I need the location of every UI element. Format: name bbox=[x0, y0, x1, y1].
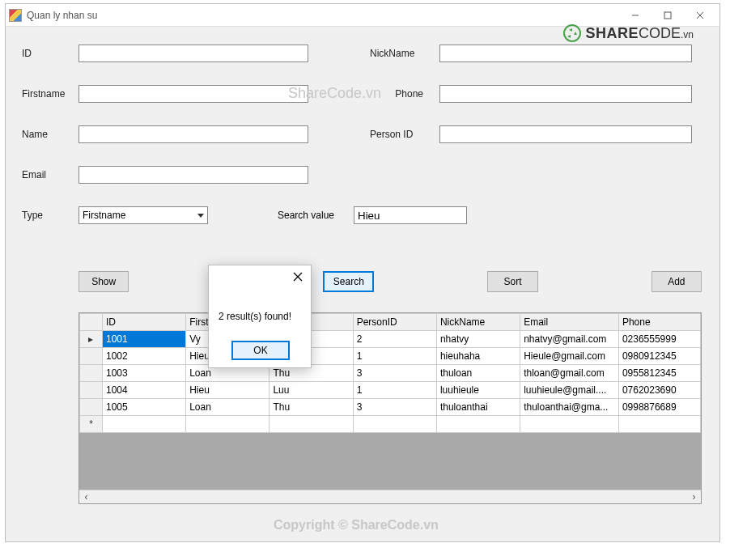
maximize-button[interactable] bbox=[651, 6, 684, 25]
col-id[interactable]: ID bbox=[102, 314, 185, 331]
personid-field[interactable] bbox=[439, 125, 692, 143]
logo-suffix: .vn bbox=[681, 29, 694, 40]
scroll-right-icon[interactable]: › bbox=[687, 490, 701, 504]
row-header-blank bbox=[80, 314, 103, 331]
col-email[interactable]: Email bbox=[520, 314, 619, 331]
horizontal-scrollbar[interactable]: ‹ › bbox=[79, 490, 701, 503]
app-window: Quan ly nhan su SHARECODE.vn ID NickName bbox=[5, 3, 720, 542]
firstname-label: Firstname bbox=[22, 88, 79, 100]
app-icon bbox=[9, 9, 22, 22]
empty-cell[interactable] bbox=[270, 416, 353, 433]
cell-firstname[interactable]: Loan bbox=[186, 399, 270, 416]
row-indicator bbox=[80, 348, 103, 365]
cell-id[interactable]: 1001 bbox=[102, 331, 185, 348]
row-indicator bbox=[80, 382, 103, 399]
empty-cell[interactable] bbox=[618, 416, 700, 433]
window-title: Quan ly nhan su bbox=[27, 10, 97, 21]
cell-personid[interactable]: 1 bbox=[353, 348, 436, 365]
row-indicator bbox=[80, 399, 103, 416]
cell-id[interactable]: 1004 bbox=[102, 382, 185, 399]
row-indicator: ▸ bbox=[80, 331, 103, 348]
search-value-field[interactable] bbox=[354, 206, 467, 224]
cell-email[interactable]: luuhieule@gmail.... bbox=[520, 382, 619, 399]
close-icon bbox=[293, 272, 303, 282]
grid-header-row: ID Firstname Name PersonID NickName Emai… bbox=[80, 314, 701, 331]
cell-personid[interactable]: 1 bbox=[353, 382, 436, 399]
cell-phone[interactable]: 0998876689 bbox=[618, 399, 700, 416]
id-label: ID bbox=[22, 48, 79, 59]
col-nickname[interactable]: NickName bbox=[436, 314, 520, 331]
empty-cell[interactable] bbox=[102, 416, 185, 433]
phone-field[interactable] bbox=[439, 85, 692, 103]
close-button[interactable] bbox=[684, 6, 716, 25]
cell-nickname[interactable]: thuloanthai bbox=[436, 399, 520, 416]
recycle-icon bbox=[562, 23, 582, 43]
table-row[interactable]: 1005LoanThu3thuloanthaithuloanthai@gma..… bbox=[80, 399, 701, 416]
cell-id[interactable]: 1003 bbox=[102, 365, 185, 382]
empty-cell[interactable] bbox=[520, 416, 619, 433]
cell-personid[interactable]: 2 bbox=[353, 331, 436, 348]
show-button[interactable]: Show bbox=[79, 271, 129, 292]
name-field[interactable] bbox=[79, 125, 308, 143]
personid-label: Person ID bbox=[370, 129, 439, 140]
dialog-close-button[interactable] bbox=[290, 269, 306, 285]
sort-button[interactable]: Sort bbox=[487, 271, 537, 292]
table-row[interactable]: 1003LoanThu3thuloanthloan@gmail.com09558… bbox=[80, 365, 701, 382]
cell-firstname[interactable]: Hieu bbox=[186, 382, 270, 399]
cell-phone[interactable]: 0236555999 bbox=[618, 331, 700, 348]
svg-point-4 bbox=[564, 25, 580, 41]
name-label: Name bbox=[22, 129, 79, 140]
cell-phone[interactable]: 0980912345 bbox=[618, 348, 700, 365]
col-personid[interactable]: PersonID bbox=[353, 314, 436, 331]
cell-email[interactable]: Hieule@gmail.com bbox=[520, 348, 619, 365]
new-row-indicator: * bbox=[80, 416, 103, 433]
phone-label: Phone bbox=[370, 88, 439, 100]
search-button[interactable]: Search bbox=[323, 271, 374, 292]
cell-email[interactable]: thuloanthai@gma... bbox=[520, 399, 619, 416]
cell-nickname[interactable]: nhatvy bbox=[436, 331, 520, 348]
empty-cell[interactable] bbox=[436, 416, 520, 433]
firstname-field[interactable] bbox=[79, 85, 308, 103]
message-dialog: 2 result(s) found! OK bbox=[208, 265, 312, 368]
data-grid[interactable]: ID Firstname Name PersonID NickName Emai… bbox=[79, 312, 702, 504]
cell-email[interactable]: nhatvy@gmail.com bbox=[520, 331, 619, 348]
svg-rect-1 bbox=[664, 12, 671, 19]
email-label: Email bbox=[22, 169, 79, 180]
cell-name[interactable]: Thu bbox=[270, 399, 353, 416]
cell-email[interactable]: thloan@gmail.com bbox=[520, 365, 619, 382]
cell-nickname[interactable]: thuloan bbox=[436, 365, 520, 382]
minimize-button[interactable] bbox=[619, 6, 651, 25]
cell-id[interactable]: 1002 bbox=[102, 348, 185, 365]
type-label: Type bbox=[22, 210, 79, 221]
table-row[interactable]: 1004HieuLuu1luuhieuleluuhieule@gmail....… bbox=[80, 382, 701, 399]
cell-name[interactable]: Luu bbox=[270, 382, 353, 399]
cell-id[interactable]: 1005 bbox=[102, 399, 185, 416]
id-field[interactable] bbox=[79, 45, 308, 62]
nickname-label: NickName bbox=[370, 48, 439, 59]
search-value-label: Search value bbox=[265, 210, 354, 221]
email-field[interactable] bbox=[79, 166, 308, 184]
new-row[interactable]: * bbox=[80, 416, 701, 433]
cell-nickname[interactable]: luuhieule bbox=[436, 382, 520, 399]
dialog-message: 2 result(s) found! bbox=[219, 311, 291, 322]
cell-personid[interactable]: 3 bbox=[353, 399, 436, 416]
table-row[interactable]: ▸1001Vy2nhatvynhatvy@gmail.com0236555999 bbox=[80, 331, 701, 348]
cell-personid[interactable]: 3 bbox=[353, 365, 436, 382]
empty-cell[interactable] bbox=[353, 416, 436, 433]
col-phone[interactable]: Phone bbox=[618, 314, 700, 331]
logo-text-bold: SHARE bbox=[585, 25, 639, 41]
cell-phone[interactable]: 0955812345 bbox=[618, 365, 700, 382]
type-select[interactable]: Firstname bbox=[79, 206, 208, 224]
scroll-left-icon[interactable]: ‹ bbox=[79, 490, 93, 504]
nickname-field[interactable] bbox=[439, 45, 692, 62]
row-indicator bbox=[80, 365, 103, 382]
dialog-ok-button[interactable]: OK bbox=[231, 341, 290, 360]
sharecode-logo: SHARECODE.vn bbox=[562, 23, 694, 43]
table-row[interactable]: 1002Hieu1hieuhahaHieule@gmail.com0980912… bbox=[80, 348, 701, 365]
add-button[interactable]: Add bbox=[651, 271, 702, 292]
logo-text-rest: CODE bbox=[639, 25, 681, 41]
cell-nickname[interactable]: hieuhaha bbox=[436, 348, 520, 365]
cell-phone[interactable]: 0762023690 bbox=[618, 382, 700, 399]
empty-cell[interactable] bbox=[186, 416, 270, 433]
